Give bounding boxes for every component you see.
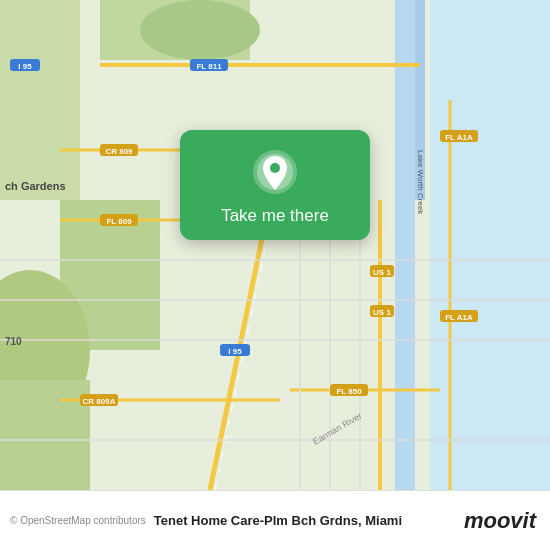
svg-text:FL A1A: FL A1A — [445, 133, 473, 142]
svg-text:FL 809: FL 809 — [106, 217, 132, 226]
bottom-bar: © OpenStreetMap contributors Tenet Home … — [0, 490, 550, 550]
svg-rect-4 — [0, 0, 80, 200]
svg-text:FL A1A: FL A1A — [445, 313, 473, 322]
svg-text:US 1: US 1 — [373, 308, 391, 317]
svg-text:I 95: I 95 — [18, 62, 32, 71]
place-name: Tenet Home Care-Plm Bch Grdns, Miami — [154, 513, 464, 528]
map-attribution: © OpenStreetMap contributors — [10, 515, 146, 526]
moovit-logo: moovit — [464, 508, 536, 534]
svg-text:FL 850: FL 850 — [336, 387, 362, 396]
svg-text:710: 710 — [5, 336, 22, 347]
svg-rect-1 — [430, 0, 550, 490]
map-background: Earman River I 95 FL 811 CR 809 FL 809 I… — [0, 0, 550, 490]
map-container: Earman River I 95 FL 811 CR 809 FL 809 I… — [0, 0, 550, 490]
svg-text:CR 809: CR 809 — [105, 147, 133, 156]
location-pin-icon — [251, 148, 299, 196]
svg-text:Lake Worth Creek: Lake Worth Creek — [416, 150, 425, 215]
svg-point-54 — [270, 163, 280, 173]
svg-point-9 — [140, 0, 260, 60]
moovit-brand-text: moovit — [464, 508, 536, 534]
svg-text:CR 809A: CR 809A — [83, 397, 116, 406]
take-me-there-button[interactable]: Take me there — [221, 206, 329, 226]
svg-text:ch Gardens: ch Gardens — [5, 180, 66, 192]
svg-text:FL 811: FL 811 — [196, 62, 222, 71]
svg-text:US 1: US 1 — [373, 268, 391, 277]
location-card: Take me there — [180, 130, 370, 240]
svg-rect-7 — [0, 380, 90, 490]
svg-text:I 95: I 95 — [228, 347, 242, 356]
svg-rect-2 — [395, 0, 415, 490]
